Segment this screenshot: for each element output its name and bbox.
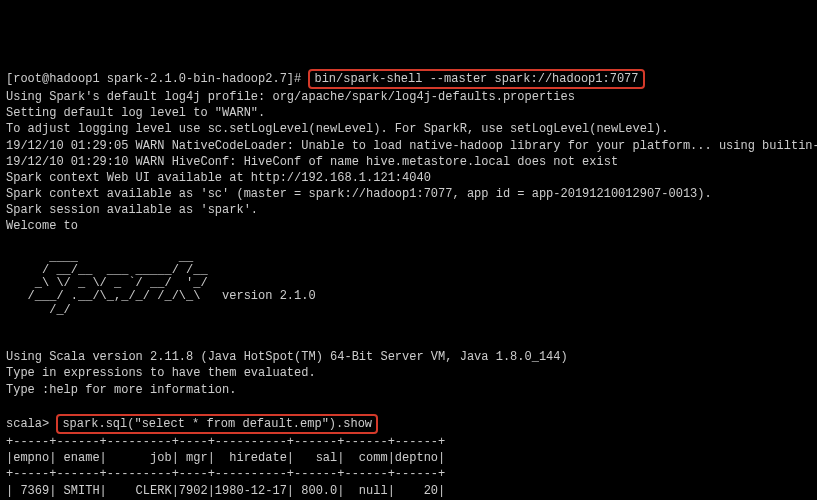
table-separator-top: +-----+------+---------+----+----------+… bbox=[6, 435, 445, 449]
shell-command-1: bin/spark-shell --master spark://hadoop1… bbox=[308, 69, 644, 89]
post-logo-block: Using Scala version 2.11.8 (Java HotSpot… bbox=[6, 333, 811, 398]
terminal-output[interactable]: [root@hadoop1 spark-2.1.0-bin-hadoop2.7]… bbox=[6, 69, 811, 500]
table-header: |empno| ename| job| mgr| hiredate| sal| … bbox=[6, 451, 445, 465]
shell-prompt: [root@hadoop1 spark-2.1.0-bin-hadoop2.7]… bbox=[6, 72, 301, 86]
table-row: | 7369| SMITH| CLERK|7902|1980-12-17| 80… bbox=[6, 484, 445, 498]
spark-logo-ascii: ____ __ / __/__ ___ _____/ /__ _\ \/ _ \… bbox=[6, 251, 811, 317]
table-body: | 7369| SMITH| CLERK|7902|1980-12-17| 80… bbox=[6, 483, 811, 500]
scala-command: spark.sql("select * from default.emp").s… bbox=[56, 414, 378, 434]
table-separator-mid: +-----+------+---------+----+----------+… bbox=[6, 467, 445, 481]
log-block: Using Spark's default log4j profile: org… bbox=[6, 89, 811, 235]
scala-prompt: scala> bbox=[6, 417, 49, 431]
